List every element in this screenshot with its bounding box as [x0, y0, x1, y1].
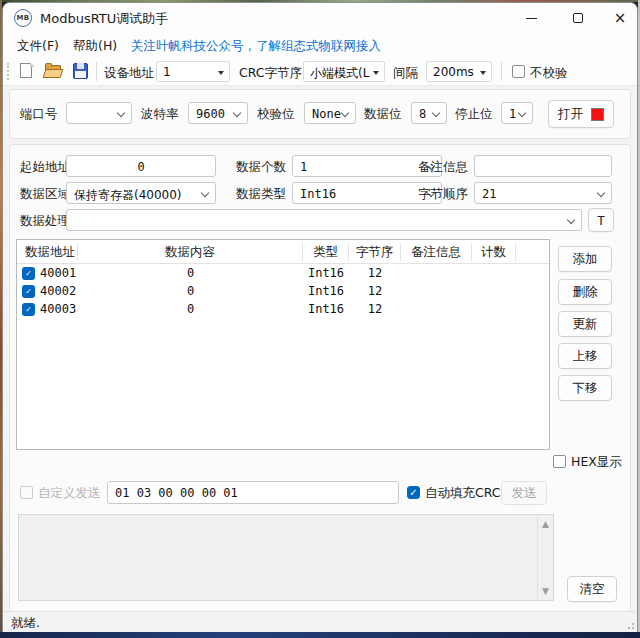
scroll-down-icon[interactable]: ▼ [538, 586, 553, 596]
custom-send-label: 自定义发送 [38, 485, 101, 502]
add-button[interactable]: 添加 [558, 246, 612, 272]
open-file-icon[interactable] [44, 62, 63, 80]
dropdown-arrow-icon [480, 71, 486, 75]
table-row[interactable]: ✓40003 0 Int16 12 [17, 300, 549, 318]
custom-send-checkbox[interactable] [20, 486, 33, 499]
data-process-label: 数据处理 [20, 213, 70, 230]
menu-help[interactable]: 帮助(H) [67, 36, 123, 57]
close-button[interactable]: × [601, 3, 638, 33]
baud-combo[interactable]: 9600 [188, 102, 248, 124]
window-title: ModbusRTU调试助手 [40, 10, 168, 28]
log-output[interactable]: ▲ ▼ [18, 514, 554, 601]
main-panel: 起始地址 0 数据个数 1 备注信息 数据区域 保持寄存器(40000) 数据类… [9, 144, 631, 612]
minimize-button[interactable] [509, 3, 554, 33]
stopbits-combo[interactable]: 1 [501, 102, 533, 124]
col-type[interactable]: 类型 [303, 243, 349, 261]
log-scrollbar[interactable]: ▲ ▼ [537, 515, 553, 600]
databits-label: 数据位 [364, 106, 402, 123]
table-header: 数据地址 数据内容 类型 字节序 备注信息 计数 [17, 240, 549, 264]
col-content[interactable]: 数据内容 [78, 243, 303, 261]
auto-crc-label: 自动填充CRC [425, 485, 501, 502]
title-bar: MB ModbusRTU调试助手 × [3, 3, 637, 33]
crc-order-label: CRC字节序 [239, 65, 302, 82]
data-area-combo[interactable]: 保持寄存器(40000) [66, 182, 216, 204]
byte-order-combo[interactable]: 21 [474, 182, 612, 204]
status-bar: 就绪. [3, 611, 637, 632]
auto-crc-checkbox[interactable]: ✓ [407, 486, 420, 499]
chevron-down-icon [201, 189, 209, 197]
dropdown-arrow-icon [218, 71, 224, 75]
scroll-up-icon[interactable]: ▲ [538, 519, 553, 529]
row-checkbox-checked[interactable]: ✓ [22, 267, 35, 280]
dropdown-arrow-icon [373, 71, 379, 75]
update-button[interactable]: 更新 [558, 311, 612, 337]
byte-order-label: 字节顺序 [418, 186, 468, 203]
app-icon: MB [14, 9, 32, 27]
parity-combo[interactable]: None [304, 102, 356, 124]
save-file-icon[interactable] [71, 62, 90, 80]
port-combo[interactable] [66, 102, 132, 124]
table-row[interactable]: ✓40001 0 Int16 12 [17, 264, 549, 282]
row-checkbox-checked[interactable]: ✓ [22, 285, 35, 298]
maximize-button[interactable] [555, 3, 600, 33]
device-address-label: 设备地址 [104, 65, 154, 82]
device-address-combo[interactable]: 1 [156, 61, 230, 82]
port-settings-panel: 端口号 波特率 9600 校验位 None 数据位 8 停止位 1 打开 [9, 89, 631, 139]
parity-label: 校验位 [257, 106, 295, 123]
port-label: 端口号 [20, 106, 58, 123]
delete-button[interactable]: 删除 [558, 279, 612, 305]
minimize-icon [526, 18, 537, 19]
port-closed-indicator-icon [591, 108, 604, 121]
taskbar-edge [0, 632, 640, 638]
remark-label: 备注信息 [418, 159, 468, 176]
chevron-down-icon [567, 216, 575, 224]
databits-combo[interactable]: 8 [411, 102, 447, 124]
baud-label: 波特率 [141, 106, 179, 123]
chevron-down-icon [117, 109, 125, 117]
data-area-label: 数据区域 [20, 186, 70, 203]
hex-display-label: HEX显示 [571, 454, 622, 471]
crc-order-combo[interactable]: 小端模式(L [303, 61, 385, 82]
data-count-label: 数据个数 [236, 159, 286, 176]
app-window: MB ModbusRTU调试助手 × 文件(F) 帮助(H) 关注叶帆科技公众号… [2, 2, 638, 632]
open-port-button[interactable]: 打开 [548, 100, 614, 128]
remark-input[interactable] [474, 155, 612, 177]
data-table[interactable]: 数据地址 数据内容 类型 字节序 备注信息 计数 ✓40001 0 Int16 … [16, 239, 550, 450]
clear-button[interactable]: 清空 [567, 576, 617, 602]
status-text: 就绪. [11, 615, 40, 632]
hex-display-checkbox[interactable] [553, 455, 566, 468]
toolbar-grip-icon [7, 63, 9, 80]
stopbits-label: 停止位 [455, 106, 493, 123]
maximize-icon [573, 13, 583, 23]
row-checkbox-checked[interactable]: ✓ [22, 303, 35, 316]
data-process-combo[interactable] [66, 209, 582, 231]
custom-send-input[interactable]: 01 03 00 00 00 01 [107, 481, 399, 504]
start-address-input[interactable]: 0 [66, 155, 216, 177]
new-file-icon[interactable] [17, 62, 36, 80]
interval-label: 间隔 [393, 65, 418, 82]
menu-file[interactable]: 文件(F) [11, 36, 65, 57]
toolbar: 设备地址 1 CRC字节序 小端模式(L 间隔 200ms 不校验 [3, 57, 637, 86]
col-byte-order[interactable]: 字节序 [349, 243, 401, 261]
col-remark[interactable]: 备注信息 [401, 243, 472, 261]
transform-button[interactable]: T [588, 208, 614, 232]
chevron-down-icon [518, 109, 526, 117]
data-type-label: 数据类型 [236, 186, 286, 203]
chevron-down-icon [341, 109, 349, 117]
table-row[interactable]: ✓40002 0 Int16 12 [17, 282, 549, 300]
toolbar-separator [501, 62, 502, 81]
chevron-down-icon [233, 109, 241, 117]
resize-grip[interactable] [624, 619, 634, 629]
chevron-down-icon [432, 109, 440, 117]
col-count[interactable]: 计数 [472, 243, 516, 261]
promo-link[interactable]: 关注叶帆科技公众号，了解组态式物联网接入 [131, 38, 381, 55]
close-icon: × [614, 11, 627, 26]
col-address[interactable]: 数据地址 [17, 243, 78, 261]
send-button[interactable]: 发送 [501, 481, 547, 505]
no-check-checkbox[interactable] [512, 65, 525, 78]
interval-combo[interactable]: 200ms [426, 61, 492, 82]
toolbar-separator [96, 62, 97, 81]
move-down-button[interactable]: 下移 [558, 375, 612, 401]
start-address-label: 起始地址 [20, 159, 70, 176]
move-up-button[interactable]: 上移 [558, 343, 612, 369]
